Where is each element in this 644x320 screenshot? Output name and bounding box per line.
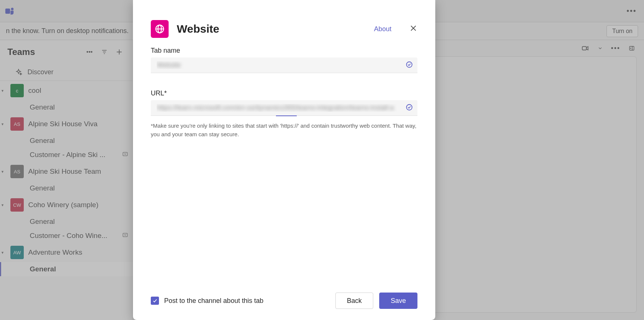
tab-name-label: Tab name: [151, 47, 417, 55]
close-icon[interactable]: [409, 24, 417, 34]
about-link[interactable]: About: [374, 25, 391, 33]
input-focus-indicator: [276, 115, 297, 116]
url-label: URL*: [151, 89, 417, 97]
svg-point-18: [407, 105, 412, 110]
post-to-channel-checkbox[interactable]: Post to the channel about this tab: [151, 297, 263, 305]
url-input[interactable]: [151, 100, 417, 116]
back-button[interactable]: Back: [335, 293, 373, 309]
post-checkbox-label: Post to the channel about this tab: [164, 297, 263, 305]
check-circle-icon: [406, 61, 413, 70]
check-circle-icon: [406, 104, 413, 112]
url-help-text: *Make sure you're only linking to sites …: [151, 122, 417, 138]
globe-icon: [151, 20, 169, 38]
checkbox-checked-icon: [151, 297, 159, 305]
save-button[interactable]: Save: [379, 293, 417, 309]
modal-title: Website: [177, 23, 366, 35]
svg-point-17: [407, 62, 412, 68]
tab-name-input[interactable]: [151, 58, 417, 73]
add-tab-modal: Website About Tab name URL* *Make sure y…: [133, 0, 435, 320]
